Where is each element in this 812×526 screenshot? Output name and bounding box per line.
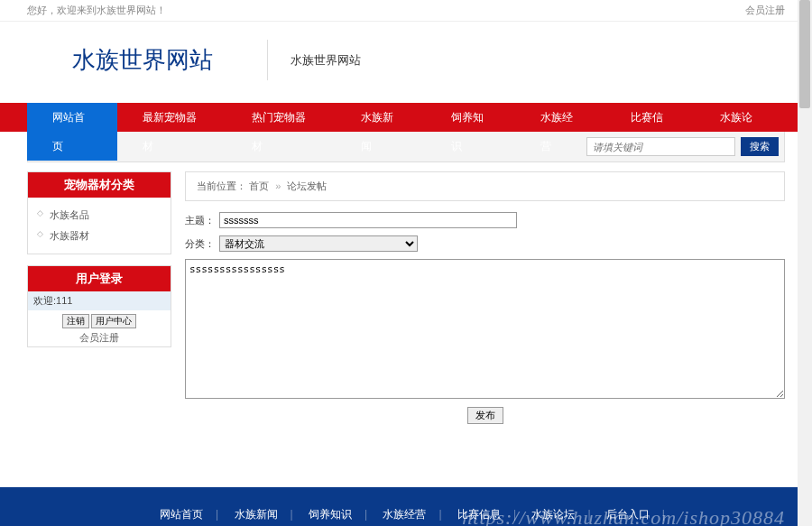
content-textarea[interactable]: ssssssssssssssss xyxy=(185,259,785,399)
category-label: 分类： xyxy=(185,237,219,251)
greeting-text: 您好，欢迎来到水族世界网站！ xyxy=(27,4,166,17)
watermark: https://www.huzhan.com/ishop30884 xyxy=(0,506,812,526)
header: 水族世界网站 水族世界网站 xyxy=(27,22,785,103)
category-box: 宠物器材分类 水族名品 水族器材 xyxy=(27,171,171,254)
logout-button[interactable]: 注销 xyxy=(62,314,89,328)
subject-label: 主题： xyxy=(185,214,219,227)
header-subtitle: 水族世界网站 xyxy=(291,52,361,69)
nav-hot-equipment[interactable]: 热门宠物器材 xyxy=(226,103,336,161)
category-item[interactable]: 水族器材 xyxy=(37,226,161,246)
search-input[interactable] xyxy=(586,137,735,156)
login-title: 用户登录 xyxy=(28,266,171,291)
category-item[interactable]: 水族名品 xyxy=(37,205,161,226)
crumb-sep: » xyxy=(275,180,281,191)
login-welcome: 欢迎:111 xyxy=(28,291,171,310)
breadcrumb: 当前位置： 首页 » 论坛发帖 xyxy=(185,171,785,201)
top-register-link[interactable]: 会员注册 xyxy=(745,4,785,17)
login-register-link[interactable]: 会员注册 xyxy=(28,329,171,346)
user-center-button[interactable]: 用户中心 xyxy=(91,314,136,328)
header-divider xyxy=(267,40,268,80)
page-scrollbar[interactable] xyxy=(798,0,812,526)
main-nav: 网站首页 最新宠物器材 热门宠物器材 水族新闻 饲养知识 水族经营 比赛信息 水… xyxy=(0,103,812,132)
footer: 网站首页| 水族新闻| 饲养知识| 水族经营| 比赛信息| 水族论坛| 后台入口… xyxy=(0,487,812,526)
nav-knowledge[interactable]: 饲养知识 xyxy=(426,103,516,161)
nav-home[interactable]: 网站首页 xyxy=(27,103,117,161)
search-button[interactable]: 搜索 xyxy=(741,137,779,156)
category-select[interactable]: 器材交流 xyxy=(219,235,418,252)
crumb-home[interactable]: 首页 xyxy=(249,180,269,191)
scroll-thumb[interactable] xyxy=(799,0,810,108)
nav-latest-equipment[interactable]: 最新宠物器材 xyxy=(117,103,226,161)
subject-input[interactable] xyxy=(219,212,517,228)
login-box: 用户登录 欢迎:111 注销用户中心 会员注册 xyxy=(27,265,171,347)
submit-button[interactable]: 发布 xyxy=(467,407,503,424)
crumb-current: 论坛发帖 xyxy=(287,180,327,191)
nav-news[interactable]: 水族新闻 xyxy=(336,103,426,161)
crumb-prefix: 当前位置： xyxy=(197,180,246,191)
category-title: 宠物器材分类 xyxy=(28,172,171,198)
site-logo[interactable]: 水族世界网站 xyxy=(27,40,267,80)
